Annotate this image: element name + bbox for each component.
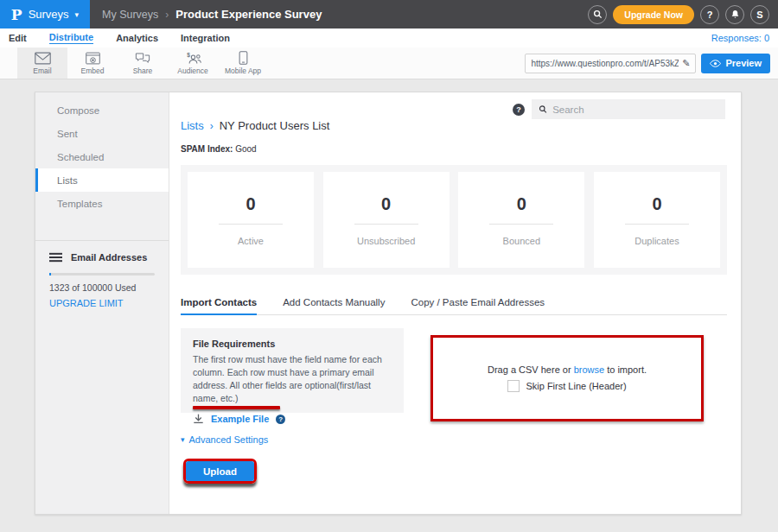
stat-card-bounced[interactable]: 0 Bounced (458, 172, 584, 268)
email-addresses-block: Email Addresses 1323 of 100000 Used UPGR… (35, 241, 169, 308)
sidebar-item-sent[interactable]: Sent (35, 122, 169, 145)
tab-analytics[interactable]: Analytics (116, 33, 158, 44)
search-icon (539, 104, 547, 114)
upgrade-now-button[interactable]: Upgrade Now (613, 5, 694, 24)
stat-value: 0 (381, 194, 391, 214)
account-avatar[interactable]: S (750, 5, 769, 24)
list-lines-icon (49, 252, 62, 263)
preview-button[interactable]: Preview (701, 54, 770, 73)
download-icon (193, 414, 204, 425)
list-stats-strip: 0 Active 0 Unsubscribed 0 Bounced 0 Dupl… (181, 165, 727, 275)
tab-add-contacts-manually[interactable]: Add Contacts Manually (283, 297, 385, 314)
notifications-button[interactable] (725, 5, 744, 24)
sidebar-item-lists[interactable]: Lists (35, 168, 169, 192)
stat-label: Duplicates (635, 236, 679, 246)
channel-audience[interactable]: $ Audience (168, 48, 218, 79)
survey-url-field[interactable]: https://www.questionpro.com/t/AP53kZgfo … (525, 54, 696, 73)
stat-card-active[interactable]: 0 Active (188, 172, 314, 268)
spam-index-value: Good (235, 144, 256, 154)
search-icon (593, 10, 603, 19)
skip-first-line-label: Skip First Line (Header) (526, 381, 626, 391)
search-button[interactable] (588, 5, 607, 24)
breadcrumb-lists-link[interactable]: Lists (181, 119, 204, 132)
tab-import-contacts[interactable]: Import Contacts (181, 297, 257, 315)
stat-label: Bounced (503, 236, 540, 246)
help-icon[interactable]: ? (513, 104, 525, 116)
stat-card-duplicates[interactable]: 0 Duplicates (594, 172, 720, 268)
spam-index: SPAM Index: Good (181, 144, 257, 154)
chevron-right-icon: › (210, 120, 214, 132)
help-button[interactable]: ? (700, 5, 719, 24)
browse-link[interactable]: browse (574, 364, 604, 375)
eye-icon (710, 60, 721, 67)
advanced-settings-toggle[interactable]: ▾ Advanced Settings (181, 434, 268, 445)
tab-copy-paste-emails[interactable]: Copy / Paste Email Addresses (411, 297, 545, 314)
channel-share[interactable]: Share (118, 48, 168, 79)
stat-value: 0 (246, 194, 255, 214)
tab-integration[interactable]: Integration (181, 33, 230, 44)
stat-divider (625, 224, 689, 225)
sidebar-item-compose[interactable]: Compose (35, 98, 169, 122)
email-sidebar: Compose Sent Scheduled Lists Templates E… (35, 92, 169, 514)
breadcrumb-my-surveys[interactable]: My Surveys (102, 9, 158, 21)
survey-tabs-nav: Edit Distribute Analytics Integration Re… (0, 28, 778, 48)
annotation-upload-highlight: Upload (183, 459, 257, 484)
channel-embed-label: Embed (81, 66, 105, 75)
breadcrumb: My Surveys › Product Experience Survey (102, 8, 322, 21)
file-requirements-box: File Requirements The first row must hav… (181, 328, 404, 413)
channel-audience-label: Audience (177, 66, 207, 75)
usage-text: 1323 of 100000 Used (49, 282, 155, 293)
drag-text-after: to import. (604, 364, 647, 375)
email-addresses-title: Email Addresses (71, 252, 147, 263)
annotation-underline (193, 406, 280, 409)
upgrade-limit-link[interactable]: UPGRADE LIMIT (49, 298, 155, 308)
sidebar-item-scheduled[interactable]: Scheduled (35, 145, 169, 168)
stat-label: Active (238, 236, 264, 246)
tab-distribute[interactable]: Distribute (49, 32, 93, 44)
drag-text: Drag a CSV here or (488, 364, 574, 375)
spam-index-label: SPAM Index: (181, 144, 233, 154)
chevron-right-icon: › (165, 9, 169, 21)
file-requirements-title: File Requirements (193, 339, 392, 349)
list-breadcrumb: Lists › NY Product Users List (181, 119, 329, 132)
advanced-settings-label: Advanced Settings (189, 434, 269, 445)
email-lists-panel: Compose Sent Scheduled Lists Templates E… (35, 92, 742, 515)
channel-mobile-app-label: Mobile App (225, 66, 261, 75)
channel-mobile-app[interactable]: Mobile App (218, 48, 268, 79)
surveys-menu-label: Surveys (29, 8, 69, 21)
app-logo-menu[interactable]: P Surveys ▾ (0, 0, 90, 28)
audience-icon: $ (185, 51, 201, 65)
caret-down-icon: ▾ (75, 10, 80, 19)
sidebar-item-templates[interactable]: Templates (35, 192, 169, 215)
email-icon (35, 52, 51, 65)
edit-url-icon[interactable]: ✎ (682, 58, 690, 69)
svg-text:$: $ (187, 52, 190, 59)
topbar-actions: Upgrade Now ? S (588, 5, 778, 24)
email-sidebar-sections: Compose Sent Scheduled Lists Templates (35, 92, 169, 241)
preview-label: Preview (725, 58, 762, 68)
channel-embed[interactable]: Embed (67, 48, 118, 79)
breadcrumb-current-list: NY Product Users List (220, 119, 330, 132)
page-title: Product Experience Survey (175, 8, 322, 21)
search-input[interactable] (552, 104, 718, 115)
channel-email[interactable]: Email (17, 48, 67, 79)
skip-first-line-checkbox[interactable] (507, 380, 520, 392)
stat-card-unsubscribed[interactable]: 0 Unsubscribed (323, 172, 450, 268)
usage-progress-fill (49, 273, 51, 276)
example-file-link[interactable]: Example File (211, 414, 269, 424)
dropzone-text: Drag a CSV here or browse to import. (488, 364, 647, 375)
tab-edit[interactable]: Edit (9, 33, 27, 44)
upload-button[interactable]: Upload (186, 461, 254, 481)
top-navbar: P Surveys ▾ My Surveys › Product Experie… (0, 0, 778, 28)
csv-dropzone[interactable]: Drag a CSV here or browse to import. Ski… (430, 335, 704, 421)
survey-link-area: https://www.questionpro.com/t/AP53kZgfo … (525, 48, 778, 79)
question-badge-icon[interactable]: ? (276, 415, 285, 424)
mobile-app-icon (239, 51, 248, 65)
share-icon (135, 52, 150, 65)
stat-divider (219, 224, 283, 225)
file-requirements-body: The first row must have the field name f… (193, 353, 392, 405)
responses-count[interactable]: Responses: 0 (711, 33, 769, 43)
stat-divider (354, 224, 418, 225)
questionpro-logo: P (11, 6, 22, 23)
channel-share-label: Share (133, 66, 153, 75)
